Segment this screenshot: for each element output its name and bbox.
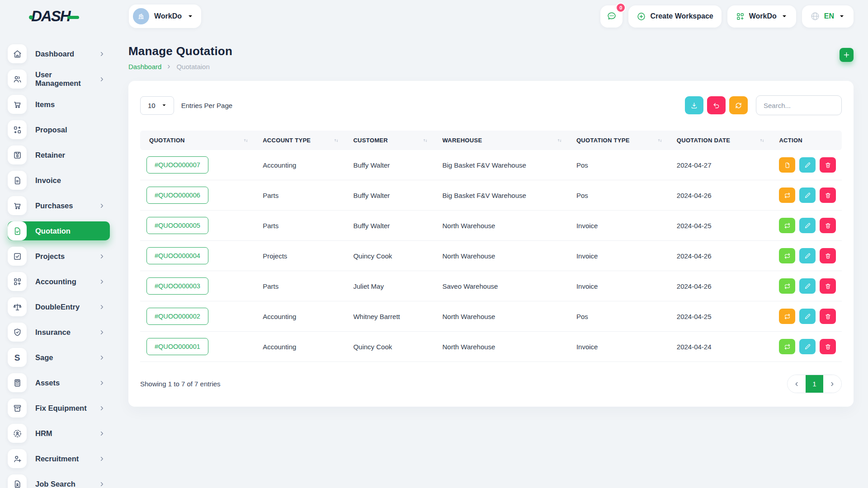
sidebar-item-label: Quotation xyxy=(35,227,71,235)
edit-button[interactable] xyxy=(799,309,816,324)
sidebar-item-label: Assets xyxy=(35,379,60,387)
workdo-menu-button[interactable]: WorkDo xyxy=(727,5,796,28)
calculator-icon xyxy=(13,378,22,388)
quotation-number-badge[interactable]: #QUOO000001 xyxy=(146,338,208,355)
sidebar-item-insurance[interactable]: Insurance xyxy=(8,323,110,342)
pagination-prev[interactable] xyxy=(788,375,806,393)
convert-button[interactable] xyxy=(779,188,795,203)
edit-button[interactable] xyxy=(799,218,816,233)
column-header-quotation-date[interactable]: QUOTATION DATE xyxy=(671,131,774,150)
quotation-number-badge[interactable]: #QUOO000002 xyxy=(146,308,208,325)
quotation-number-badge[interactable]: #QUOO000006 xyxy=(146,187,208,204)
sidebar-item-dashboard[interactable]: Dashboard xyxy=(8,44,110,63)
edit-button[interactable] xyxy=(799,278,816,294)
delete-button[interactable] xyxy=(820,339,836,354)
breadcrumb-dashboard-link[interactable]: Dashboard xyxy=(128,63,161,70)
sidebar-item-items[interactable]: Items xyxy=(8,95,110,114)
edit-button[interactable] xyxy=(799,157,816,173)
pencil-icon xyxy=(804,313,811,320)
language-selector[interactable]: EN xyxy=(802,5,854,28)
sidebar-icon-tile xyxy=(8,44,27,63)
brand-logo[interactable]: DASH xyxy=(0,8,116,25)
sidebar-item-projects[interactable]: Projects xyxy=(8,247,110,266)
delete-button[interactable] xyxy=(820,188,836,203)
pencil-icon xyxy=(804,222,811,229)
row-actions xyxy=(779,248,836,263)
trash-icon xyxy=(825,343,831,350)
edit-button[interactable] xyxy=(799,248,816,263)
convert-button[interactable] xyxy=(779,248,795,263)
building-icon xyxy=(137,12,146,21)
edit-button[interactable] xyxy=(799,188,816,203)
add-quotation-button[interactable] xyxy=(840,48,854,62)
sidebar-item-accounting[interactable]: Accounting xyxy=(8,272,110,291)
column-header-quotation[interactable]: QUOTATION xyxy=(140,131,257,150)
entries-per-page-select[interactable]: 10 xyxy=(140,96,174,115)
column-label: ACCOUNT TYPE xyxy=(263,137,311,144)
sidebar-item-invoice[interactable]: Invoice xyxy=(8,171,110,190)
chevron-right-icon xyxy=(99,481,105,488)
sidebar-item-job-search[interactable]: Job Search xyxy=(8,474,110,488)
pencil-icon xyxy=(804,253,811,259)
column-header-customer[interactable]: CUSTOMER xyxy=(348,131,437,150)
topbar: DASH WorkDo 0 Create Workspace WorkDo EN xyxy=(0,0,868,33)
customer-cell: Buffy Walter xyxy=(348,211,437,241)
messages-badge: 0 xyxy=(616,3,626,13)
column-header-account-type[interactable]: ACCOUNT TYPE xyxy=(257,131,348,150)
pagination-next[interactable] xyxy=(823,375,841,393)
search-input[interactable] xyxy=(756,95,842,115)
column-header-quotation-type[interactable]: QUOTATION TYPE xyxy=(571,131,671,150)
sidebar-item-fix-equipment[interactable]: Fix Equipment xyxy=(8,399,110,418)
sidebar-item-quotation[interactable]: Quotation xyxy=(8,221,110,240)
refresh-button[interactable] xyxy=(729,96,748,114)
delete-button[interactable] xyxy=(820,278,836,294)
sidebar-item-sage[interactable]: SSage xyxy=(8,348,110,367)
create-workspace-button[interactable]: Create Workspace xyxy=(628,5,721,28)
sort-icon xyxy=(243,137,249,144)
repeat-icon xyxy=(784,253,791,259)
sidebar-item-recruitment[interactable]: Recruitment xyxy=(8,449,110,468)
chevron-right-icon xyxy=(99,253,105,260)
edit-button[interactable] xyxy=(799,339,816,354)
column-header-warehouse[interactable]: WAREHOUSE xyxy=(437,131,571,150)
convert-button[interactable] xyxy=(779,218,795,233)
quotation-number-badge[interactable]: #QUOO000003 xyxy=(146,277,208,295)
convert-button[interactable] xyxy=(779,309,795,324)
letter-s-icon: S xyxy=(14,353,20,362)
sidebar-icon-tile xyxy=(8,70,27,89)
sidebar-item-proposal[interactable]: Proposal xyxy=(8,120,110,139)
convert-button[interactable] xyxy=(779,339,795,354)
sidebar-item-purchases[interactable]: Purchases xyxy=(8,196,110,215)
sidebar-item-retainer[interactable]: Retainer xyxy=(8,145,110,164)
chat-icon xyxy=(606,11,617,22)
chevron-right-icon xyxy=(99,329,105,336)
row-actions xyxy=(779,278,836,294)
view-converted-button[interactable] xyxy=(779,157,795,173)
sidebar-item-user-management[interactable]: User Management xyxy=(8,70,110,89)
pagination-page-1[interactable]: 1 xyxy=(806,375,823,393)
row-actions xyxy=(779,218,836,233)
sidebar-item-assets[interactable]: Assets xyxy=(8,373,110,392)
page-title: Manage Quotation xyxy=(128,44,232,58)
delete-button[interactable] xyxy=(820,248,836,263)
archive-icon xyxy=(13,404,22,413)
quotation-number-badge[interactable]: #QUOO000004 xyxy=(146,247,208,264)
quotation-number-badge[interactable]: #QUOO000007 xyxy=(146,156,208,174)
pencil-icon xyxy=(804,283,811,290)
quotation-date-cell: 2024-04-26 xyxy=(671,271,774,301)
delete-button[interactable] xyxy=(820,218,836,233)
sidebar-item-hrm[interactable]: HRM xyxy=(8,424,110,443)
export-button[interactable] xyxy=(685,96,703,114)
account-type-cell: Parts xyxy=(257,271,348,301)
quotation-number-badge[interactable]: #QUOO000005 xyxy=(146,217,208,234)
delete-button[interactable] xyxy=(820,157,836,173)
workspace-switcher[interactable]: WorkDo xyxy=(129,5,201,28)
sidebar-item-doubleentry[interactable]: DoubleEntry xyxy=(8,297,110,316)
delete-button[interactable] xyxy=(820,309,836,324)
messages-button[interactable]: 0 xyxy=(600,5,623,28)
convert-button[interactable] xyxy=(779,278,795,294)
repeat-icon xyxy=(784,222,791,229)
account-type-cell: Accounting xyxy=(257,332,348,362)
undo-button[interactable] xyxy=(707,96,726,114)
sort-icon xyxy=(557,137,563,144)
